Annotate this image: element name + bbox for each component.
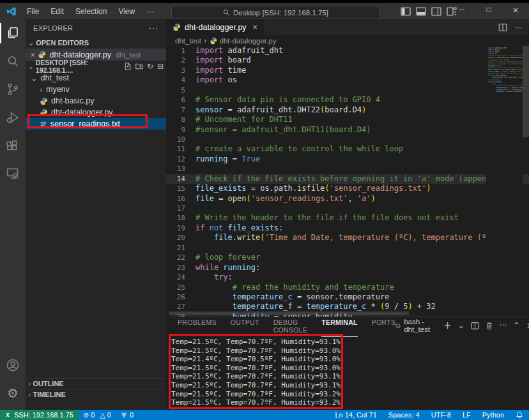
eol-sequence[interactable]: LF [457, 411, 477, 419]
code-line[interactable]: 25 # read the humidity and temperature [166, 283, 529, 292]
code-line[interactable]: 3import time [166, 66, 529, 75]
menu-edit[interactable]: Edit [45, 5, 69, 18]
breadcrumb-file[interactable]: dht-datalogger.py [220, 37, 277, 45]
indentation[interactable]: Spaces: 4 [383, 411, 425, 419]
minimap[interactable]: import adafruit_dhtimport boardimport ti… [486, 46, 523, 317]
tree-item-sensor-readings[interactable]: sensor_readings.txt [26, 118, 166, 130]
sidebar-title: EXPLORER [33, 24, 73, 32]
tab-output[interactable]: OUTPUT [231, 315, 259, 337]
code-line[interactable]: 8# Uncomment for DHT11 [166, 115, 529, 124]
toggle-sidebar-icon[interactable] [401, 6, 411, 17]
tab-debug-console[interactable]: DEBUG CONSOLE [273, 315, 307, 337]
remote-indicator[interactable]: SSH: 192.168.1.75 [0, 410, 79, 420]
code-line[interactable]: 2import board [166, 56, 529, 65]
explorer-more-actions-icon[interactable]: ··· [149, 24, 158, 33]
code-line[interactable]: 18# Write the header to the file if the … [166, 213, 529, 223]
tab-terminal[interactable]: TERMINAL [321, 315, 358, 337]
breadcrumb[interactable]: dht_test › dht-datalogger.py [166, 35, 529, 46]
explorer-icon[interactable] [0, 19, 26, 47]
code-line[interactable]: 7sensor = adafruit_dht.DHT22(board.D4) [166, 105, 529, 115]
tab-problems[interactable]: PROBLEMS [178, 315, 217, 337]
timeline-section[interactable]: › TIMELINE [26, 389, 166, 400]
code-line[interactable]: 16file = open('sensor_readings.txt', 'a'… [166, 194, 529, 204]
code-line[interactable]: 9#sensor = adafruit_dht.DHT11(board.D4) [166, 125, 529, 135]
code-line[interactable]: 4import os [166, 75, 529, 85]
menu-file[interactable]: File [22, 5, 44, 18]
workspace-section[interactable]: ⌄ DESKTOP [SSH: 192.168.1.... ↻ ⊟ [26, 61, 166, 72]
notifications-bell-icon[interactable] [510, 411, 529, 419]
close-panel-icon[interactable]: × [526, 320, 529, 331]
vertical-scrollbar[interactable] [523, 46, 529, 137]
code-line[interactable]: 23while running: [166, 263, 529, 273]
code-line[interactable]: 19if not file_exists: [166, 223, 529, 233]
code-editor[interactable]: 1import adafruit_dht2import board3import… [166, 46, 529, 317]
refresh-icon[interactable]: ↻ [147, 62, 153, 71]
outline-section[interactable]: › OUTLINE [26, 378, 166, 389]
source-control-icon[interactable] [0, 75, 26, 103]
new-file-icon[interactable] [124, 63, 132, 70]
tab-dht-datalogger[interactable]: dht-datalogger.py × [166, 19, 264, 35]
command-center-search[interactable]: Desktop [SSH: 192.168.1.75] [171, 6, 380, 19]
window-minimize-button[interactable]: ─ [448, 0, 475, 19]
tree-item-dht-datalogger[interactable]: dht-datalogger.py [26, 107, 166, 118]
ports-indicator[interactable]: 0 [116, 411, 138, 419]
tab-close-icon[interactable]: × [253, 23, 257, 32]
terminal-instance[interactable]: bash - dht_test [395, 318, 433, 333]
code-line[interactable]: 12running = True [166, 154, 529, 164]
extensions-icon[interactable] [0, 131, 26, 160]
split-terminal-icon[interactable] [471, 322, 479, 330]
panel-more-actions-icon[interactable]: ··· [500, 321, 507, 330]
new-terminal-icon[interactable]: + [443, 320, 452, 331]
window-maximize-button[interactable]: □ [475, 0, 502, 19]
code-line[interactable]: 15file_exists = os.path.isfile('sensor_r… [166, 184, 529, 193]
code-line[interactable]: 6# Sensor data pin is connected to GPIO … [166, 95, 529, 105]
close-editor-icon[interactable]: × [31, 51, 34, 59]
collapse-all-icon[interactable]: ⊟ [157, 62, 164, 71]
code-line[interactable]: 1import adafruit_dht [166, 46, 529, 56]
new-folder-icon[interactable] [135, 63, 143, 70]
breadcrumb-folder[interactable]: dht_test [175, 37, 201, 45]
code-line[interactable]: 13 [166, 164, 529, 174]
code-line[interactable]: 10 [166, 135, 529, 144]
maximize-panel-icon[interactable]: ⌃ [513, 321, 519, 330]
problems-indicator[interactable]: ⊘ 0 △ 0 [79, 411, 116, 419]
search-sidebar-icon[interactable] [0, 47, 26, 75]
code-line[interactable]: 21 [166, 243, 529, 253]
line-number: 17 [166, 204, 195, 213]
tree-item-myenv[interactable]: › myenv [26, 84, 166, 95]
account-icon[interactable] [0, 351, 26, 379]
radio-tower-icon [120, 411, 128, 419]
terminal-dropdown-icon[interactable]: ⌄ [458, 321, 464, 330]
toggle-secondary-sidebar-icon[interactable] [431, 6, 441, 17]
menu-view[interactable]: View [113, 5, 140, 18]
split-editor-icon[interactable] [498, 23, 507, 32]
toggle-panel-icon[interactable] [416, 6, 426, 17]
editor-tab-bar: dht-datalogger.py × ··· [166, 19, 529, 35]
menu-overflow[interactable]: ··· [141, 5, 159, 18]
tree-item-dht-basic[interactable]: dht-basic.py [26, 95, 166, 107]
code-line[interactable]: 24 try: [166, 273, 529, 282]
cursor-position[interactable]: Ln 14, Col 71 [329, 411, 382, 419]
kill-terminal-icon[interactable] [486, 322, 493, 330]
code-line[interactable]: 5 [166, 86, 529, 95]
code-line[interactable]: 20 file.write('Time and Date, temperatur… [166, 233, 529, 243]
window-close-button[interactable]: × [502, 0, 529, 19]
code-line[interactable]: 11# create a variable to control the whi… [166, 144, 529, 154]
code-line[interactable]: 26 temperature_c = sensor.temperature [166, 292, 529, 302]
menu-selection[interactable]: Selection [70, 5, 112, 18]
open-editors-section[interactable]: ⌄ OPEN EDITORS [26, 37, 166, 49]
tab-ports[interactable]: PORTS [372, 315, 395, 337]
encoding[interactable]: UTF-8 [425, 411, 457, 419]
status-bar: SSH: 192.168.1.75 ⊘ 0 △ 0 0 Ln 14, Col 7… [0, 410, 529, 420]
code-line[interactable]: 14# Check if the file exists before open… [166, 174, 529, 184]
settings-gear-icon[interactable]: ⚙ [0, 379, 26, 407]
code-line[interactable]: 22# loop forever [166, 253, 529, 262]
language-mode[interactable]: Python [477, 411, 510, 419]
editor-more-actions-icon[interactable]: ··· [515, 23, 523, 32]
terminal-output[interactable]: Temp=21.5ºC, Temp=70.7ºF, Humidity=93.1%… [166, 334, 529, 407]
line-number: 6 [166, 95, 195, 105]
remote-explorer-icon[interactable] [0, 160, 26, 188]
code-line[interactable]: 27 temperature_f = temperature_c * (9 / … [166, 302, 529, 311]
code-line[interactable]: 17 [166, 204, 529, 213]
run-debug-icon[interactable] [0, 103, 26, 131]
